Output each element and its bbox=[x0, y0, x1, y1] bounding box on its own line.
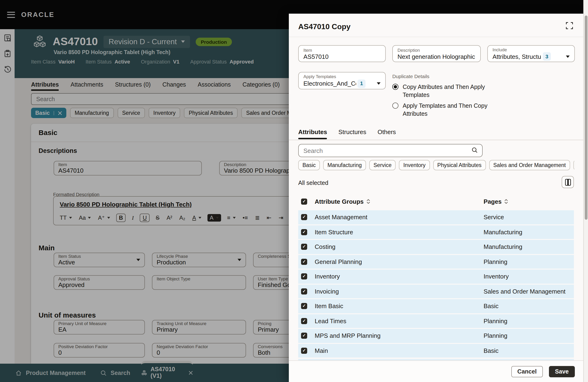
all-selected-label: All selected bbox=[298, 180, 328, 186]
attribute-group-cell: Lead Times bbox=[315, 318, 346, 325]
copy-item-panel: AS47010 Copy Item AS57010 Description Ne… bbox=[289, 14, 583, 382]
attribute-groups-table: Asset Management Service Item Structure … bbox=[298, 210, 574, 359]
panel-tab[interactable]: Attributes bbox=[298, 128, 327, 135]
panel-footer: Cancel Save bbox=[289, 360, 583, 382]
row-checkbox[interactable] bbox=[301, 274, 307, 280]
row-checkbox[interactable] bbox=[301, 303, 307, 309]
filter-chip[interactable]: Purchasing bbox=[573, 160, 574, 170]
include-count-badge: 3 bbox=[543, 52, 551, 61]
table-row[interactable]: Asset Management Service bbox=[298, 210, 574, 224]
radio-selected-icon[interactable] bbox=[392, 84, 399, 90]
attribute-group-cell: Asset Management bbox=[315, 214, 367, 221]
table-row[interactable]: Invoicing Sales and Order Management bbox=[298, 284, 574, 298]
row-checkbox[interactable] bbox=[301, 348, 307, 354]
panel-filter-chips: Basic Manufacturing Service Inventory Ph… bbox=[298, 160, 574, 170]
attribute-group-cell: Main bbox=[315, 347, 328, 354]
sort-icon[interactable] bbox=[504, 199, 508, 204]
panel-search-input[interactable] bbox=[298, 144, 483, 157]
pages-cell: Sales and Order Management bbox=[483, 288, 566, 295]
copy-description-field[interactable]: Description Next generation Holographic … bbox=[392, 45, 481, 62]
expand-icon bbox=[566, 22, 573, 29]
table-row[interactable]: Main Basic bbox=[298, 344, 574, 358]
panel-tab[interactable]: Structures bbox=[338, 128, 366, 135]
table-header: Attribute Groups Pages bbox=[298, 195, 574, 208]
attribute-group-cell: Item Basic bbox=[315, 303, 343, 310]
row-checkbox[interactable] bbox=[301, 244, 307, 250]
divider bbox=[289, 37, 583, 37]
pages-cell: Planning bbox=[483, 318, 507, 325]
table-row[interactable]: Costing Manufacturing bbox=[298, 240, 574, 254]
panel-title: AS47010 Copy bbox=[298, 22, 350, 31]
radio-unselected-icon[interactable] bbox=[392, 103, 399, 109]
pages-cell: Inventory bbox=[483, 273, 509, 280]
column-attribute-groups[interactable]: Attribute Groups bbox=[315, 198, 370, 205]
filter-chip[interactable]: Physical Attributes bbox=[433, 160, 486, 170]
filter-chip[interactable]: Service bbox=[369, 160, 396, 170]
panel-tab-bar: Attributes Structures Others bbox=[298, 128, 396, 135]
attribute-group-cell: Costing bbox=[315, 243, 336, 251]
application-window: ORACLE AS47010 Revision D - Current bbox=[0, 0, 588, 382]
attribute-group-cell: Inventory bbox=[315, 273, 340, 280]
column-pages[interactable]: Pages bbox=[483, 198, 508, 205]
pages-cell: Manufacturing bbox=[483, 243, 522, 251]
table-row[interactable]: Lead Times Planning bbox=[298, 314, 574, 328]
panel-tab[interactable]: Others bbox=[378, 128, 396, 135]
table-row[interactable]: General Planning Planning bbox=[298, 255, 574, 269]
chevron-down-icon bbox=[377, 82, 380, 85]
filter-chip[interactable]: Basic bbox=[298, 160, 320, 170]
copy-item-field[interactable]: Item AS57010 bbox=[298, 45, 386, 62]
pages-cell: Basic bbox=[483, 347, 499, 354]
radio-apply-then-copy[interactable]: Apply Templates and Then Copy Attributes bbox=[392, 102, 491, 118]
pages-cell: Basic bbox=[483, 303, 499, 310]
row-checkbox[interactable] bbox=[301, 259, 307, 265]
column-manager-button[interactable] bbox=[562, 176, 574, 188]
table-row[interactable]: Item Basic Basic bbox=[298, 299, 574, 313]
pages-cell: Manufacturing bbox=[483, 229, 522, 236]
expand-button[interactable] bbox=[566, 22, 573, 31]
attribute-group-cell: MPS and MRP Planning bbox=[315, 332, 380, 340]
pages-cell: Planning bbox=[483, 258, 507, 265]
search-icon[interactable] bbox=[471, 147, 478, 155]
columns-icon bbox=[565, 179, 571, 186]
pages-cell: Service bbox=[483, 214, 504, 221]
scrollbar-thumb[interactable] bbox=[585, 16, 588, 220]
table-row[interactable]: Inventory Inventory bbox=[298, 270, 574, 283]
table-row[interactable]: MPS and MRP Planning Planning bbox=[298, 329, 574, 343]
select-all-checkbox[interactable] bbox=[301, 198, 307, 204]
window-scrollbar[interactable] bbox=[583, 0, 588, 382]
cancel-button[interactable]: Cancel bbox=[511, 366, 543, 377]
sort-icon[interactable] bbox=[366, 199, 370, 204]
attribute-group-cell: Invoicing bbox=[315, 288, 339, 295]
radio-copy-then-apply[interactable]: Copy Attributes and Then Apply Templates bbox=[392, 83, 491, 99]
attribute-group-cell: Item Structure bbox=[315, 229, 353, 236]
filter-chip[interactable]: Sales and Order Management bbox=[489, 160, 570, 170]
save-button[interactable]: Save bbox=[549, 366, 575, 377]
table-row[interactable]: Item Structure Manufacturing bbox=[298, 225, 574, 239]
templates-count-badge: 1 bbox=[357, 79, 365, 88]
row-checkbox[interactable] bbox=[301, 333, 307, 339]
include-select[interactable]: Include Attributes, Structures, Oth 3 bbox=[487, 45, 575, 62]
attribute-group-cell: General Planning bbox=[315, 258, 362, 265]
apply-templates-select[interactable]: Apply Templates Electronics_And_Comput 1 bbox=[298, 72, 386, 89]
row-checkbox[interactable] bbox=[301, 229, 307, 235]
filter-chip[interactable]: Inventory bbox=[399, 160, 430, 170]
row-checkbox[interactable] bbox=[301, 318, 307, 324]
divider bbox=[289, 140, 583, 140]
filter-chip[interactable]: Manufacturing bbox=[323, 160, 366, 170]
duplicate-details-label: Duplicate Details bbox=[392, 73, 429, 79]
row-checkbox[interactable] bbox=[301, 288, 307, 295]
pages-cell: Planning bbox=[483, 332, 507, 340]
chevron-down-icon bbox=[566, 55, 570, 58]
row-checkbox[interactable] bbox=[301, 214, 307, 220]
